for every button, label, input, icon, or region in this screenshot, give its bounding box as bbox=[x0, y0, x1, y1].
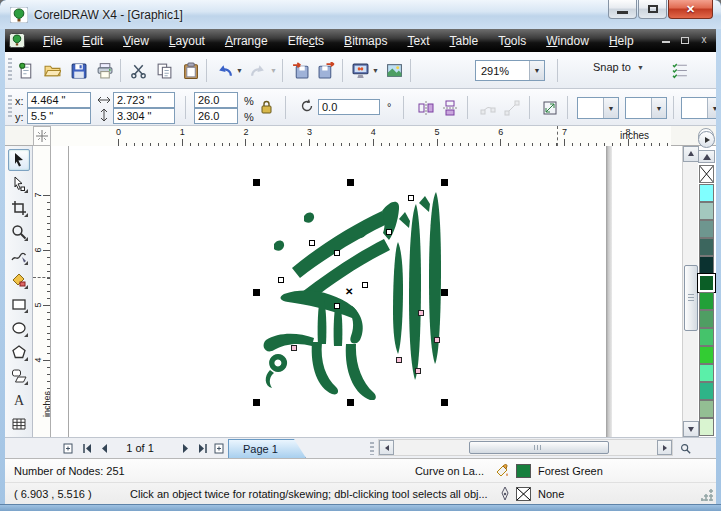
ruler-origin-box[interactable] bbox=[33, 126, 51, 146]
export-button[interactable] bbox=[315, 59, 337, 82]
navbar-splitter[interactable] bbox=[370, 442, 374, 455]
cut-button[interactable] bbox=[127, 59, 149, 82]
menu-view[interactable]: View bbox=[113, 31, 159, 51]
paste-button[interactable] bbox=[179, 59, 201, 82]
chevron-down-icon[interactable]: ▼ bbox=[651, 98, 666, 118]
selection-center-marker[interactable]: ✕ bbox=[345, 286, 353, 297]
no-color-swatch[interactable] bbox=[699, 165, 714, 183]
add-page-button-left[interactable] bbox=[60, 440, 76, 456]
curve-node-marker[interactable] bbox=[386, 229, 392, 235]
property-bar-grip[interactable] bbox=[8, 95, 12, 119]
outline-style-combo[interactable]: ▼ bbox=[577, 97, 619, 119]
vertical-scrollbar[interactable] bbox=[682, 146, 698, 437]
scroll-down-button[interactable] bbox=[683, 421, 699, 437]
next-page-button[interactable] bbox=[177, 440, 193, 456]
menu-edit[interactable]: Edit bbox=[72, 31, 113, 51]
chevron-down-icon[interactable]: ▼ bbox=[236, 67, 243, 74]
color-swatch[interactable] bbox=[699, 184, 714, 202]
smart-fill-tool[interactable] bbox=[8, 269, 30, 291]
color-swatch[interactable] bbox=[699, 292, 714, 310]
horizontal-scroll-thumb[interactable] bbox=[469, 441, 609, 454]
horizontal-ruler[interactable]: inches 0123456789 bbox=[51, 126, 671, 146]
color-swatch-selected[interactable] bbox=[698, 274, 715, 292]
scale-vertical-field[interactable]: 26.0 bbox=[194, 108, 238, 124]
document-navigator-button[interactable] bbox=[677, 440, 693, 456]
scroll-up-button[interactable] bbox=[683, 146, 699, 162]
color-swatch[interactable] bbox=[699, 310, 714, 328]
rotation-angle-field[interactable]: 0.0 bbox=[318, 99, 380, 115]
table-tool[interactable] bbox=[8, 413, 30, 435]
undo-button[interactable] bbox=[213, 59, 235, 82]
selection-handle[interactable] bbox=[347, 399, 354, 406]
color-swatch[interactable] bbox=[699, 328, 714, 346]
color-swatch[interactable] bbox=[699, 382, 714, 400]
doc-minimize-button[interactable] bbox=[660, 33, 672, 45]
mirror-horizontal-button[interactable] bbox=[415, 97, 436, 119]
menu-table[interactable]: Table bbox=[439, 31, 488, 51]
chevron-down-icon[interactable]: ▼ bbox=[603, 98, 618, 118]
menu-file[interactable]: File bbox=[33, 31, 72, 51]
curve-node-marker[interactable] bbox=[415, 368, 421, 374]
curve-node-marker[interactable] bbox=[334, 303, 340, 309]
save-button[interactable] bbox=[67, 59, 89, 82]
selection-handle[interactable] bbox=[253, 179, 260, 186]
page-tab[interactable]: Page 1 bbox=[228, 439, 306, 458]
horizontal-scrollbar[interactable] bbox=[378, 439, 673, 456]
print-button[interactable] bbox=[93, 59, 115, 82]
color-swatch[interactable] bbox=[699, 202, 714, 220]
menu-window[interactable]: Window bbox=[536, 31, 599, 51]
new-document-button[interactable] bbox=[15, 59, 37, 82]
crop-tool[interactable] bbox=[8, 197, 30, 219]
menu-layout[interactable]: Layout bbox=[159, 31, 215, 51]
color-swatch[interactable] bbox=[699, 418, 714, 436]
import-button[interactable] bbox=[289, 59, 311, 82]
freehand-tool[interactable] bbox=[8, 245, 30, 267]
window-border-bottom[interactable] bbox=[0, 504, 721, 511]
chevron-down-icon[interactable]: ▼ bbox=[270, 67, 277, 74]
node-edit-button-a[interactable] bbox=[477, 97, 498, 119]
node-edit-button-b[interactable] bbox=[501, 97, 522, 119]
options-button[interactable] bbox=[669, 59, 691, 82]
outline-color-combo[interactable]: ▼ bbox=[681, 97, 721, 119]
open-button[interactable] bbox=[41, 59, 63, 82]
selection-handle[interactable] bbox=[347, 179, 354, 186]
close-button[interactable]: ✕ bbox=[668, 0, 713, 19]
palette-scroll-up-button[interactable] bbox=[698, 150, 715, 163]
curve-node-marker[interactable] bbox=[418, 310, 424, 316]
maximize-button[interactable] bbox=[638, 0, 667, 19]
menu-text[interactable]: Text bbox=[397, 31, 439, 51]
color-swatch[interactable] bbox=[699, 238, 714, 256]
color-swatch[interactable] bbox=[699, 220, 714, 238]
ellipse-tool[interactable] bbox=[8, 317, 30, 339]
canvas[interactable]: ✕ bbox=[51, 146, 682, 437]
selection-handle[interactable] bbox=[441, 179, 448, 186]
doc-close-button[interactable]: x bbox=[698, 33, 710, 45]
first-page-button[interactable] bbox=[79, 440, 95, 456]
document-icon[interactable] bbox=[9, 33, 25, 48]
object-width-field[interactable]: 2.723 " bbox=[113, 92, 175, 108]
palette-flyout-button[interactable] bbox=[698, 131, 715, 148]
minimize-button[interactable] bbox=[608, 0, 637, 19]
color-swatch[interactable] bbox=[699, 346, 714, 364]
toolbar-grip[interactable] bbox=[8, 58, 12, 82]
color-swatch[interactable] bbox=[699, 364, 714, 382]
selection-handle[interactable] bbox=[441, 399, 448, 406]
scroll-right-button[interactable] bbox=[657, 440, 672, 455]
snap-to-dropdown[interactable]: Snap to▼ bbox=[593, 61, 644, 73]
title-bar[interactable]: CorelDRAW X4 - [Graphic1] ✕ bbox=[0, 0, 721, 29]
shape-tool[interactable] bbox=[8, 173, 30, 195]
zoom-tool[interactable] bbox=[8, 221, 30, 243]
color-swatch[interactable] bbox=[699, 256, 714, 274]
doc-restore-button[interactable] bbox=[679, 33, 691, 45]
rectangle-tool[interactable] bbox=[8, 293, 30, 315]
curve-node-marker[interactable] bbox=[291, 345, 297, 351]
resize-grip[interactable] bbox=[701, 489, 713, 501]
basic-shapes-tool[interactable] bbox=[8, 365, 30, 387]
vertical-ruler[interactable]: inches 7654 bbox=[33, 146, 51, 437]
menu-bitmaps[interactable]: Bitmaps bbox=[334, 31, 397, 51]
y-position-field[interactable]: 5.5 " bbox=[27, 108, 91, 124]
scroll-left-button[interactable] bbox=[379, 440, 394, 455]
curve-node-marker[interactable] bbox=[408, 195, 414, 201]
polygon-tool[interactable] bbox=[8, 341, 30, 363]
curve-node-marker[interactable] bbox=[434, 337, 440, 343]
